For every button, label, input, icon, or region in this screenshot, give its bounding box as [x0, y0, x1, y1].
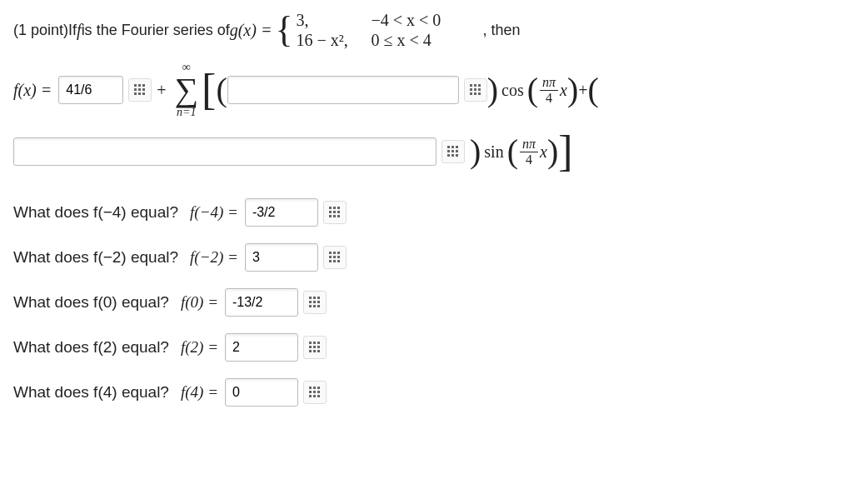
an-input[interactable] [227, 76, 459, 104]
keypad-icon [329, 207, 341, 218]
plus-sign: + [578, 81, 587, 100]
keypad-button[interactable] [303, 336, 327, 359]
case2-value: 16 − x², [297, 30, 372, 50]
answer-input-fneg2[interactable] [245, 243, 318, 272]
answer-input-f2[interactable] [225, 333, 298, 362]
question-row: What does f(−4) equal? f(−4) = [13, 198, 840, 227]
question-label: What does f(2) equal? [13, 338, 169, 357]
right-paren: ) [470, 135, 481, 168]
keypad-icon [309, 387, 321, 398]
plus-sign: + [157, 81, 166, 100]
answer-input-f4[interactable] [225, 378, 298, 407]
right-paren: ) [547, 135, 558, 168]
intro-prefix: If [68, 22, 77, 39]
left-paren: ( [527, 73, 538, 107]
fx-equals: f(x) = [13, 81, 52, 100]
f-equation: f(−2) = [190, 248, 238, 267]
g-expr: g(x) = [230, 21, 272, 40]
keypad-button[interactable] [303, 381, 327, 404]
x-symbol: x [560, 81, 567, 100]
case1-value: 3, [297, 10, 372, 30]
right-paren: ) [567, 73, 578, 107]
keypad-icon [447, 146, 459, 157]
fourier-line-1: f(x) = + ∞ ∑ n=1 [ ( ) cos ( nπ 4 x ) + … [13, 62, 840, 118]
keypad-icon [309, 297, 321, 308]
answer-input-fneg4[interactable] [245, 198, 318, 227]
sin-fraction: nπ 4 [520, 137, 538, 167]
problem-statement: (1 point) If f is the Fourier series of … [13, 10, 840, 50]
keypad-icon [329, 252, 341, 263]
keypad-button[interactable] [464, 78, 487, 102]
piecewise-definition: { 3, −4 < x < 0 16 − x², 0 ≤ x < 4 [275, 10, 479, 50]
keypad-button[interactable] [303, 291, 327, 314]
points-label: (1 point) [13, 22, 68, 39]
f-equation: f(−4) = [190, 203, 238, 222]
question-label: What does f(4) equal? [13, 383, 169, 402]
f-equation: f(2) = [181, 338, 218, 357]
cos-fraction: nπ 4 [540, 75, 558, 105]
keypad-button[interactable] [323, 201, 347, 224]
right-bracket: ] [558, 130, 572, 173]
keypad-button[interactable] [323, 246, 347, 269]
f-equation: f(0) = [181, 293, 218, 312]
left-paren: ( [507, 135, 518, 168]
keypad-button[interactable] [441, 140, 465, 163]
case2-condition: 0 ≤ x < 4 [372, 30, 480, 50]
cases: 3, −4 < x < 0 16 − x², 0 ≤ x < 4 [297, 10, 480, 50]
fourier-line-2: ) sin ( nπ 4 x ) ] [13, 130, 840, 173]
sum-lower: n=1 [177, 107, 196, 118]
sin-label: sin [484, 142, 503, 162]
frac-den: 4 [523, 152, 535, 167]
left-paren: ( [588, 73, 599, 107]
sigma-icon: ∑ [175, 73, 199, 107]
question-row: What does f(0) equal? f(0) = [13, 288, 840, 317]
question-row: What does f(−2) equal? f(−2) = [13, 243, 840, 272]
keypad-button[interactable] [128, 78, 152, 102]
question-row: What does f(4) equal? f(4) = [13, 378, 840, 407]
intro-mid: is the Fourier series of [82, 22, 230, 39]
left-paren: ( [216, 73, 227, 107]
question-row: What does f(2) equal? f(2) = [13, 333, 840, 362]
frac-num: nπ [520, 137, 538, 152]
keypad-icon [470, 84, 481, 96]
then-label: , then [483, 22, 521, 39]
question-label: What does f(−2) equal? [13, 248, 178, 267]
cos-label: cos [501, 81, 524, 100]
keypad-icon [134, 84, 146, 96]
left-bracket: [ [202, 68, 216, 112]
bn-input[interactable] [13, 137, 436, 166]
answer-input-f0[interactable] [225, 288, 298, 317]
case1-condition: −4 < x < 0 [372, 10, 480, 30]
summation: ∞ ∑ n=1 [175, 62, 199, 118]
right-paren: ) [487, 73, 498, 107]
frac-num: nπ [540, 75, 558, 91]
frac-den: 4 [543, 91, 555, 106]
keypad-icon [309, 342, 321, 353]
f-equation: f(4) = [181, 383, 218, 402]
question-label: What does f(−4) equal? [13, 203, 178, 222]
x-symbol: x [540, 142, 547, 162]
a0-input[interactable] [58, 76, 123, 104]
left-brace: { [275, 12, 292, 48]
question-label: What does f(0) equal? [13, 293, 169, 312]
